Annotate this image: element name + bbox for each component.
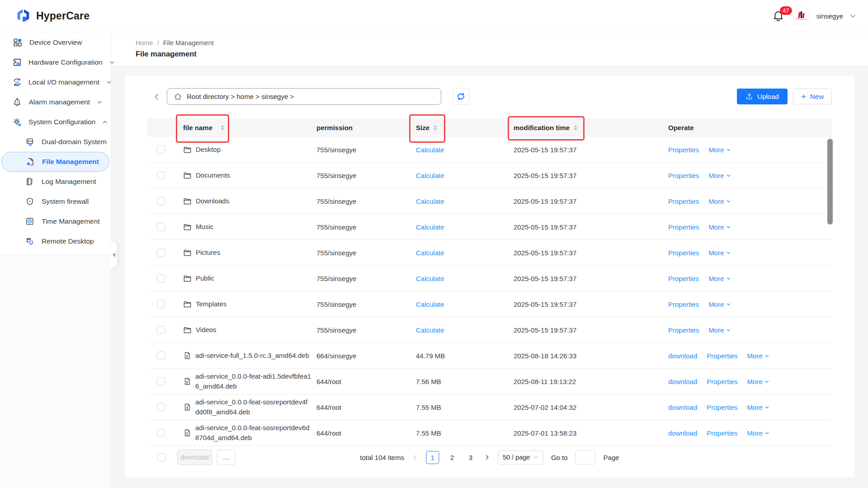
sidebar-item-alarm-management[interactable]: Alarm management (0, 92, 111, 112)
permission-value: 644/root (312, 429, 412, 437)
clock-icon (24, 216, 35, 227)
more-link[interactable]: More (747, 352, 769, 360)
more-link[interactable]: More (708, 275, 731, 282)
sort-icon[interactable] (434, 125, 437, 131)
row-checkbox[interactable] (157, 326, 165, 334)
page-number-2[interactable]: 2 (447, 454, 458, 461)
operate-cell: downloadPropertiesMore (664, 404, 832, 411)
folder-name[interactable]: Desktop (196, 145, 311, 155)
folder-name[interactable]: Templates (196, 299, 311, 309)
properties-link[interactable]: Properties (707, 404, 737, 411)
column-header-size[interactable]: Size (412, 124, 509, 131)
calculate-link[interactable]: Calculate (416, 197, 444, 205)
row-checkbox[interactable] (157, 145, 165, 154)
sidebar-item-remote-desktop[interactable]: Remote Desktop (0, 231, 111, 251)
calculate-link[interactable]: Calculate (416, 223, 444, 231)
more-link[interactable]: More (708, 249, 731, 257)
properties-link[interactable]: Properties (668, 326, 699, 334)
bulk-more-button[interactable]: ... (217, 450, 236, 465)
alarm-icon (12, 97, 23, 108)
page-number-3[interactable]: 3 (465, 454, 476, 461)
calculate-link[interactable]: Calculate (416, 249, 444, 257)
properties-link[interactable]: Properties (707, 352, 737, 360)
page-size-select[interactable]: 50 / page (498, 450, 543, 465)
sidebar-item-device-overview[interactable]: Device Overview (0, 33, 111, 52)
more-link[interactable]: More (708, 223, 731, 231)
more-link[interactable]: More (708, 146, 731, 154)
properties-link[interactable]: Properties (668, 197, 699, 205)
sidebar-item-hardware-configuration[interactable]: Hardware Configuration (0, 52, 111, 72)
row-checkbox[interactable] (157, 197, 165, 205)
row-checkbox[interactable] (157, 274, 165, 282)
row-checkbox[interactable] (157, 223, 165, 231)
properties-link[interactable]: Properties (668, 172, 699, 179)
prev-page-icon[interactable] (412, 454, 418, 460)
download-link[interactable]: download (668, 378, 697, 385)
more-link[interactable]: More (747, 378, 769, 385)
folder-name[interactable]: Downloads (196, 196, 311, 206)
select-all-checkbox[interactable] (157, 453, 165, 461)
row-checkbox[interactable] (157, 377, 165, 385)
sidebar-item-log-management[interactable]: Log Management (0, 172, 111, 192)
properties-link[interactable]: Properties (668, 146, 699, 154)
more-link[interactable]: More (747, 429, 769, 437)
operate-cell: downloadPropertiesMore (664, 378, 832, 385)
properties-link[interactable]: Properties (668, 275, 699, 282)
more-link[interactable]: More (747, 404, 769, 411)
sidebar-item-system-firewall[interactable]: System firewall (0, 192, 111, 211)
download-link[interactable]: download (668, 404, 697, 411)
folder-name[interactable]: Public (196, 273, 311, 283)
breadcrumb-home[interactable]: Home (136, 39, 153, 47)
download-link[interactable]: download (668, 429, 697, 437)
properties-link[interactable]: Properties (668, 223, 699, 231)
vertical-scrollbar-thumb[interactable] (827, 139, 833, 225)
file-size: 7.56 MB (416, 378, 441, 385)
row-checkbox[interactable] (157, 403, 165, 411)
row-checkbox[interactable] (157, 249, 165, 257)
sidebar-item-time-management[interactable]: Time Management (0, 211, 111, 231)
calculate-link[interactable]: Calculate (416, 146, 444, 154)
calculate-link[interactable]: Calculate (416, 300, 444, 308)
path-input[interactable]: Root directory > home > sinsegye > (167, 88, 441, 105)
properties-link[interactable]: Properties (668, 300, 699, 308)
page-number-1[interactable]: 1 (426, 451, 439, 464)
more-link[interactable]: More (708, 326, 731, 334)
sidebar-item-dual-domain-system[interactable]: Dual-domain System (0, 132, 111, 152)
new-button[interactable]: + New (793, 89, 832, 104)
download-link[interactable]: download (668, 352, 697, 360)
folder-name[interactable]: Music (196, 222, 311, 232)
more-link[interactable]: More (708, 300, 731, 308)
user-menu-chevron-down-icon[interactable] (849, 13, 856, 19)
properties-link[interactable]: Properties (668, 249, 699, 257)
notification-bell-button[interactable]: 47 (771, 8, 786, 23)
sidebar-item-system-configuration[interactable]: System Configuration (0, 112, 111, 132)
calculate-link[interactable]: Calculate (416, 172, 444, 179)
sidebar-item-file-management[interactable]: File Management (1, 152, 109, 172)
row-checkbox[interactable] (157, 171, 165, 179)
refresh-button[interactable] (453, 88, 469, 105)
folder-name[interactable]: Pictures (196, 248, 311, 258)
row-checkbox[interactable] (157, 300, 165, 308)
column-header-modification-time[interactable]: modification time (509, 124, 664, 131)
bulk-download-button[interactable]: download (177, 450, 212, 465)
folder-name[interactable]: Videos (196, 325, 311, 335)
sort-icon[interactable] (574, 125, 577, 131)
row-checkbox[interactable] (157, 429, 165, 437)
calculate-link[interactable]: Calculate (416, 275, 444, 282)
sidebar-collapse-handle[interactable] (110, 242, 117, 268)
properties-link[interactable]: Properties (707, 429, 737, 437)
column-header-file-name[interactable]: file name (175, 124, 312, 131)
properties-link[interactable]: Properties (707, 378, 737, 385)
goto-page-input[interactable] (576, 450, 596, 465)
back-button[interactable] (149, 89, 165, 104)
next-page-icon[interactable] (484, 454, 490, 460)
more-link[interactable]: More (708, 197, 731, 205)
more-link[interactable]: More (708, 172, 731, 179)
sort-icon[interactable] (221, 125, 224, 131)
avatar[interactable]: SINSEGYE (793, 7, 810, 25)
folder-name[interactable]: Documents (196, 170, 311, 180)
row-checkbox[interactable] (157, 352, 165, 360)
sidebar-item-local-i-o-management[interactable]: I/OLocal I/O management (0, 72, 111, 92)
calculate-link[interactable]: Calculate (416, 326, 444, 334)
upload-button[interactable]: Upload (737, 89, 788, 104)
